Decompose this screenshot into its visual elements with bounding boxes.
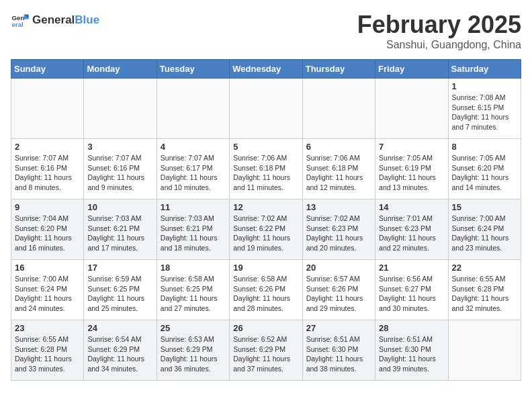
day-detail: Sunrise: 7:02 AMSunset: 6:23 PMDaylight:… xyxy=(306,214,371,253)
location-subtitle: Sanshui, Guangdong, China xyxy=(357,39,521,51)
day-number: 6 xyxy=(306,142,371,152)
calendar-cell: 19Sunrise: 6:58 AMSunset: 6:26 PMDayligh… xyxy=(230,260,302,320)
day-number: 3 xyxy=(87,142,152,152)
day-detail: Sunrise: 7:02 AMSunset: 6:22 PMDaylight:… xyxy=(233,214,298,253)
day-number: 18 xyxy=(161,263,226,273)
calendar-week-row: 23Sunrise: 6:55 AMSunset: 6:28 PMDayligh… xyxy=(11,320,521,381)
calendar-cell: 7Sunrise: 7:05 AMSunset: 6:19 PMDaylight… xyxy=(375,139,448,199)
day-number: 26 xyxy=(233,323,298,333)
day-detail: Sunrise: 6:58 AMSunset: 6:26 PMDaylight:… xyxy=(233,274,298,314)
day-number: 2 xyxy=(15,142,80,152)
day-number: 23 xyxy=(15,323,80,333)
calendar-cell: 10Sunrise: 7:03 AMSunset: 6:21 PMDayligh… xyxy=(84,199,157,260)
calendar-cell: 4Sunrise: 7:07 AMSunset: 6:17 PMDaylight… xyxy=(157,139,229,199)
calendar-cell xyxy=(230,79,302,139)
day-number: 14 xyxy=(379,202,444,212)
logo-icon: Gen eral xyxy=(11,11,30,30)
calendar-cell: 13Sunrise: 7:02 AMSunset: 6:23 PMDayligh… xyxy=(302,199,375,260)
calendar-cell: 3Sunrise: 7:07 AMSunset: 6:16 PMDaylight… xyxy=(84,139,157,199)
day-number: 22 xyxy=(452,263,517,273)
day-detail: Sunrise: 6:52 AMSunset: 6:29 PMDaylight:… xyxy=(233,334,298,374)
day-number: 28 xyxy=(379,323,444,333)
col-sunday: Sunday xyxy=(11,60,84,79)
day-detail: Sunrise: 7:01 AMSunset: 6:23 PMDaylight:… xyxy=(379,214,444,253)
day-number: 9 xyxy=(15,202,80,212)
day-number: 17 xyxy=(87,263,152,273)
day-detail: Sunrise: 6:59 AMSunset: 6:25 PMDaylight:… xyxy=(87,274,152,314)
calendar-cell: 9Sunrise: 7:04 AMSunset: 6:20 PMDaylight… xyxy=(11,199,84,260)
day-detail: Sunrise: 7:03 AMSunset: 6:21 PMDaylight:… xyxy=(87,214,152,253)
svg-text:eral: eral xyxy=(11,21,24,28)
day-detail: Sunrise: 7:08 AMSunset: 6:15 PMDaylight:… xyxy=(452,93,517,132)
day-number: 1 xyxy=(452,81,517,91)
day-number: 27 xyxy=(306,323,371,333)
calendar-cell: 17Sunrise: 6:59 AMSunset: 6:25 PMDayligh… xyxy=(84,260,157,320)
day-detail: Sunrise: 7:04 AMSunset: 6:20 PMDaylight:… xyxy=(15,214,80,253)
calendar-cell: 16Sunrise: 7:00 AMSunset: 6:24 PMDayligh… xyxy=(11,260,84,320)
day-detail: Sunrise: 6:55 AMSunset: 6:28 PMDaylight:… xyxy=(15,334,80,374)
calendar-header-row: Sunday Monday Tuesday Wednesday Thursday… xyxy=(11,60,521,79)
calendar-cell: 21Sunrise: 6:56 AMSunset: 6:27 PMDayligh… xyxy=(375,260,448,320)
day-number: 15 xyxy=(452,202,517,212)
calendar-cell: 26Sunrise: 6:52 AMSunset: 6:29 PMDayligh… xyxy=(230,320,302,381)
day-detail: Sunrise: 7:03 AMSunset: 6:21 PMDaylight:… xyxy=(161,214,226,253)
col-monday: Monday xyxy=(84,60,157,79)
day-number: 4 xyxy=(161,142,226,152)
calendar-cell: 27Sunrise: 6:51 AMSunset: 6:30 PMDayligh… xyxy=(302,320,375,381)
day-number: 16 xyxy=(15,263,80,273)
day-detail: Sunrise: 7:07 AMSunset: 6:16 PMDaylight:… xyxy=(87,153,152,193)
page-header: Gen eral GeneralBlue February 2025 Sansh… xyxy=(11,11,521,51)
calendar-cell xyxy=(302,79,375,139)
day-detail: Sunrise: 7:05 AMSunset: 6:20 PMDaylight:… xyxy=(452,153,517,193)
day-number: 12 xyxy=(233,202,298,212)
calendar-cell: 20Sunrise: 6:57 AMSunset: 6:26 PMDayligh… xyxy=(302,260,375,320)
col-wednesday: Wednesday xyxy=(230,60,302,79)
day-detail: Sunrise: 6:54 AMSunset: 6:29 PMDaylight:… xyxy=(87,334,152,374)
calendar-cell xyxy=(448,320,521,381)
calendar-cell: 28Sunrise: 6:51 AMSunset: 6:30 PMDayligh… xyxy=(375,320,448,381)
calendar-cell: 25Sunrise: 6:53 AMSunset: 6:29 PMDayligh… xyxy=(157,320,229,381)
logo: Gen eral GeneralBlue xyxy=(11,11,99,30)
calendar-table: Sunday Monday Tuesday Wednesday Thursday… xyxy=(11,59,521,381)
day-detail: Sunrise: 6:51 AMSunset: 6:30 PMDaylight:… xyxy=(306,334,371,374)
calendar-cell: 18Sunrise: 6:58 AMSunset: 6:25 PMDayligh… xyxy=(157,260,229,320)
day-number: 21 xyxy=(379,263,444,273)
calendar-cell xyxy=(84,79,157,139)
calendar-cell xyxy=(11,79,84,139)
calendar-cell: 11Sunrise: 7:03 AMSunset: 6:21 PMDayligh… xyxy=(157,199,229,260)
calendar-cell: 8Sunrise: 7:05 AMSunset: 6:20 PMDaylight… xyxy=(448,139,521,199)
col-tuesday: Tuesday xyxy=(157,60,229,79)
day-detail: Sunrise: 7:05 AMSunset: 6:19 PMDaylight:… xyxy=(379,153,444,193)
day-detail: Sunrise: 7:00 AMSunset: 6:24 PMDaylight:… xyxy=(452,214,517,253)
calendar-cell: 6Sunrise: 7:06 AMSunset: 6:18 PMDaylight… xyxy=(302,139,375,199)
day-number: 5 xyxy=(233,142,298,152)
day-detail: Sunrise: 6:56 AMSunset: 6:27 PMDaylight:… xyxy=(379,274,444,314)
day-number: 24 xyxy=(87,323,152,333)
col-thursday: Thursday xyxy=(302,60,375,79)
calendar-cell xyxy=(157,79,229,139)
calendar-cell: 22Sunrise: 6:55 AMSunset: 6:28 PMDayligh… xyxy=(448,260,521,320)
day-detail: Sunrise: 7:07 AMSunset: 6:16 PMDaylight:… xyxy=(15,153,80,193)
title-area: February 2025 Sanshui, Guangdong, China xyxy=(357,11,521,51)
logo-blue: Blue xyxy=(75,13,99,26)
calendar-cell: 23Sunrise: 6:55 AMSunset: 6:28 PMDayligh… xyxy=(11,320,84,381)
calendar-cell: 1Sunrise: 7:08 AMSunset: 6:15 PMDaylight… xyxy=(448,79,521,139)
day-detail: Sunrise: 7:07 AMSunset: 6:17 PMDaylight:… xyxy=(161,153,226,193)
logo-general: General xyxy=(32,13,75,26)
day-detail: Sunrise: 7:06 AMSunset: 6:18 PMDaylight:… xyxy=(233,153,298,193)
calendar-cell xyxy=(375,79,448,139)
day-number: 13 xyxy=(306,202,371,212)
day-number: 10 xyxy=(87,202,152,212)
calendar-cell: 15Sunrise: 7:00 AMSunset: 6:24 PMDayligh… xyxy=(448,199,521,260)
calendar-week-row: 2Sunrise: 7:07 AMSunset: 6:16 PMDaylight… xyxy=(11,139,521,199)
day-number: 7 xyxy=(379,142,444,152)
day-detail: Sunrise: 6:51 AMSunset: 6:30 PMDaylight:… xyxy=(379,334,444,374)
day-detail: Sunrise: 7:00 AMSunset: 6:24 PMDaylight:… xyxy=(15,274,80,314)
day-detail: Sunrise: 6:57 AMSunset: 6:26 PMDaylight:… xyxy=(306,274,371,314)
col-friday: Friday xyxy=(375,60,448,79)
day-detail: Sunrise: 6:53 AMSunset: 6:29 PMDaylight:… xyxy=(161,334,226,374)
day-detail: Sunrise: 7:06 AMSunset: 6:18 PMDaylight:… xyxy=(306,153,371,193)
day-number: 20 xyxy=(306,263,371,273)
day-number: 11 xyxy=(161,202,226,212)
calendar-week-row: 16Sunrise: 7:00 AMSunset: 6:24 PMDayligh… xyxy=(11,260,521,320)
